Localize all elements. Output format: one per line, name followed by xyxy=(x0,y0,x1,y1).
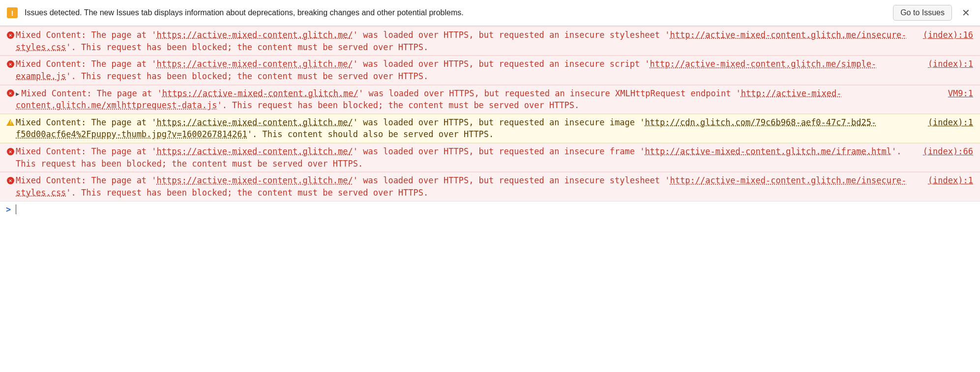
console-output: ✕Mixed Content: The page at 'https://act… xyxy=(0,26,980,201)
url-link[interactable]: https://active-mixed-content.glitch.me/ xyxy=(157,30,353,40)
console-message: ✕Mixed Content: The page at 'https://act… xyxy=(0,172,980,201)
message-text: ▶Mixed Content: The page at 'https://act… xyxy=(16,87,948,112)
issues-bar: ! Issues detected. The new Issues tab di… xyxy=(0,0,980,26)
url-link[interactable]: https://active-mixed-content.glitch.me/ xyxy=(157,175,353,185)
url-link[interactable]: https://active-mixed-content.glitch.me/ xyxy=(157,117,353,127)
console-prompt[interactable]: > xyxy=(0,201,980,217)
expand-toggle-icon[interactable]: ▶ xyxy=(16,90,19,98)
source-link[interactable]: (index):66 xyxy=(923,145,973,158)
console-message: ✕▶Mixed Content: The page at 'https://ac… xyxy=(0,85,980,114)
message-text: Mixed Content: The page at 'https://acti… xyxy=(16,116,928,141)
message-text: Mixed Content: The page at 'https://acti… xyxy=(16,145,923,170)
source-link[interactable]: (index):1 xyxy=(928,58,973,70)
console-message: ✕Mixed Content: The page at 'https://act… xyxy=(0,143,980,172)
text-cursor xyxy=(16,204,16,214)
error-icon: ✕ xyxy=(5,88,16,98)
warning-icon xyxy=(5,117,16,127)
error-icon: ✕ xyxy=(5,30,16,40)
url-link[interactable]: https://active-mixed-content.glitch.me/ xyxy=(162,88,358,98)
url-link[interactable]: http://active-mixed-content.glitch.me/if… xyxy=(645,146,891,156)
source-link[interactable]: (index):16 xyxy=(923,29,973,41)
prompt-caret-icon: > xyxy=(6,204,11,214)
url-link[interactable]: https://active-mixed-content.glitch.me/ xyxy=(157,146,353,156)
source-link[interactable]: (index):1 xyxy=(928,116,973,129)
console-message: ✕Mixed Content: The page at 'https://act… xyxy=(0,56,980,85)
url-link[interactable]: https://active-mixed-content.glitch.me/ xyxy=(157,59,353,69)
error-icon: ✕ xyxy=(5,59,16,69)
message-text: Mixed Content: The page at 'https://acti… xyxy=(16,58,928,82)
message-text: Mixed Content: The page at 'https://acti… xyxy=(16,174,928,199)
source-link[interactable]: (index):1 xyxy=(928,174,973,187)
close-issues-icon[interactable]: ✕ xyxy=(959,7,973,19)
source-link[interactable]: VM9:1 xyxy=(948,87,973,100)
message-text: Mixed Content: The page at 'https://acti… xyxy=(16,29,923,53)
issues-icon: ! xyxy=(7,7,18,18)
console-message: ✕Mixed Content: The page at 'https://act… xyxy=(0,27,980,56)
issues-text: Issues detected. The new Issues tab disp… xyxy=(25,8,886,17)
go-to-issues-button[interactable]: Go to Issues xyxy=(893,5,952,21)
error-icon: ✕ xyxy=(5,146,16,156)
console-message: Mixed Content: The page at 'https://acti… xyxy=(0,114,980,143)
error-icon: ✕ xyxy=(5,175,16,185)
